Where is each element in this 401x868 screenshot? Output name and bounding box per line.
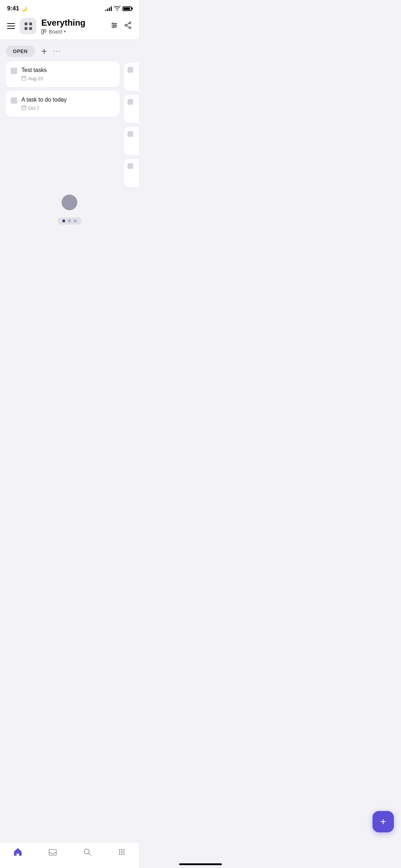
calendar-icon xyxy=(21,76,26,82)
page-dot-3 xyxy=(74,219,77,222)
svg-rect-15 xyxy=(22,76,26,80)
svg-point-6 xyxy=(115,25,116,26)
filter-button[interactable] xyxy=(110,21,118,31)
task-checkbox[interactable] xyxy=(11,97,17,104)
task-title: Test tasks xyxy=(21,67,114,73)
board-scroll-area[interactable]: OPEN ··· Test tasks xyxy=(0,40,139,279)
peek-checkbox xyxy=(127,131,133,137)
peek-card xyxy=(124,127,139,155)
board-view-icon xyxy=(41,29,46,34)
svg-line-11 xyxy=(126,24,129,25)
task-content: Test tasks Aug 23 xyxy=(21,67,114,82)
task-card[interactable]: Test tasks Aug 23 xyxy=(6,61,120,87)
header: Everything Board ▾ xyxy=(0,14,139,40)
wifi-icon xyxy=(114,6,120,12)
svg-rect-0 xyxy=(42,30,43,34)
board-columns: OPEN ··· Test tasks xyxy=(0,46,139,187)
peek-checkbox xyxy=(127,99,133,105)
share-button[interactable] xyxy=(124,21,132,31)
view-label: Board xyxy=(49,29,62,35)
task-date-text: Aug 23 xyxy=(28,76,43,81)
moon-icon: 🌙 xyxy=(21,6,27,11)
calendar-icon xyxy=(21,105,26,111)
task-card[interactable]: A task to do today Oct 7 xyxy=(6,91,120,117)
column-label-open: OPEN xyxy=(6,46,35,57)
svg-point-5 xyxy=(113,23,114,24)
svg-point-7 xyxy=(113,26,114,28)
page-indicator xyxy=(57,217,82,224)
page-dots-area xyxy=(0,217,139,224)
task-date: Aug 23 xyxy=(21,76,114,82)
peek-card xyxy=(124,63,139,91)
status-icons xyxy=(105,6,132,12)
drag-dot-area xyxy=(0,195,139,210)
peek-card xyxy=(124,159,139,187)
svg-rect-1 xyxy=(44,30,46,32)
battery-icon xyxy=(123,6,132,11)
peek-checkbox xyxy=(127,163,133,169)
page-title: Everything xyxy=(41,18,85,28)
page-dot-2 xyxy=(68,219,71,222)
task-date: Oct 7 xyxy=(21,105,114,111)
task-title: A task to do today xyxy=(21,97,114,103)
peek-card xyxy=(124,95,139,123)
task-checkbox[interactable] xyxy=(11,68,17,74)
menu-button[interactable] xyxy=(7,23,15,29)
view-selector[interactable]: Board ▾ xyxy=(41,29,85,35)
column-header-open: OPEN ··· xyxy=(6,46,120,57)
task-date-text: Oct 7 xyxy=(28,105,39,111)
svg-rect-19 xyxy=(22,106,26,110)
chevron-down-icon: ▾ xyxy=(64,29,66,34)
svg-line-12 xyxy=(126,26,129,28)
drag-handle-dot xyxy=(62,195,77,210)
status-bar: 9:41 🌙 xyxy=(0,0,139,14)
column-open: OPEN ··· Test tasks xyxy=(6,46,120,187)
task-content: A task to do today Oct 7 xyxy=(21,97,114,111)
column-add-button[interactable] xyxy=(38,46,50,57)
signal-bars-icon xyxy=(105,6,112,11)
peek-checkbox xyxy=(127,67,133,73)
status-time: 9:41 xyxy=(7,5,19,12)
column-peek xyxy=(124,46,139,187)
app-icon xyxy=(20,18,36,34)
column-more-button[interactable]: ··· xyxy=(53,47,61,55)
page-dot-1 xyxy=(62,219,65,222)
